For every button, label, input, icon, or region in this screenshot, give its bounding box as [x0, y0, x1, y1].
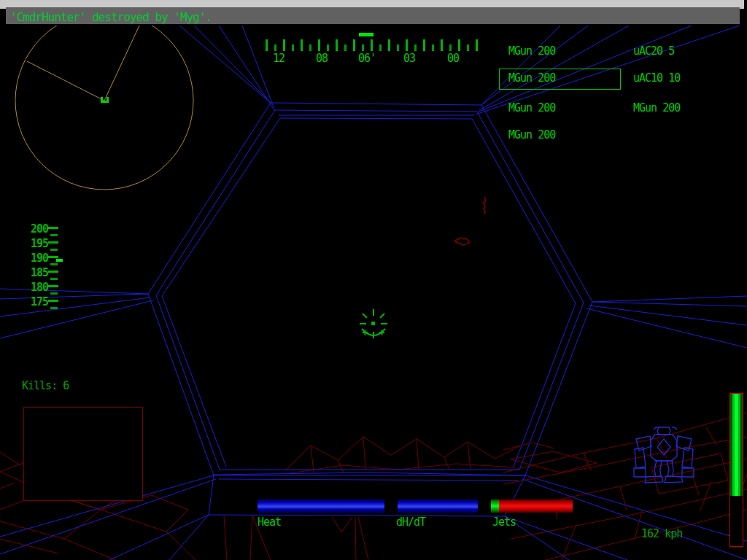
- ladder-major-tick: [48, 227, 58, 229]
- armor-gauge: [729, 393, 743, 547]
- compass-label: 03: [393, 52, 425, 65]
- ladder-major-tick: [48, 300, 58, 302]
- ladder-minor-tick: [50, 307, 58, 309]
- heat-bar: [258, 499, 384, 513]
- speed-readout: 162 kph: [641, 527, 682, 540]
- target-display-box: [23, 407, 143, 501]
- dhdt-bar: [398, 499, 478, 513]
- ladder-value: 200: [26, 222, 48, 236]
- radar-player-blip-icon: [101, 97, 109, 103]
- armor-gauge-fill: [730, 394, 743, 496]
- ladder-major-tick: [48, 256, 58, 258]
- weapon-selection-box: [499, 69, 621, 90]
- jets-bar-fill: [491, 499, 499, 513]
- heat-bar-label: Heat: [258, 516, 281, 529]
- compass-ticks-minor: [274, 44, 480, 51]
- compass-heading-marker: [359, 33, 374, 36]
- killfeed-message: 'CmdrHunter' destroyed by 'Myg'.: [10, 10, 212, 24]
- ladder-value: 180: [26, 281, 48, 294]
- mech-status-icon: [634, 427, 694, 483]
- weapon-slot[interactable]: MGun 200: [508, 101, 555, 114]
- game-viewport[interactable]: 12 08 06' 03 00 MGun 200 MGun 200 MGun 2…: [0, 0, 747, 560]
- ladder-value: 195: [26, 237, 48, 250]
- compass-label: 12: [263, 52, 295, 65]
- dhdt-bar-label: dH/dT: [396, 516, 425, 529]
- ladder-minor-tick: [50, 278, 58, 280]
- ladder-minor-tick: [50, 234, 58, 236]
- ladder-minor-tick: [50, 292, 58, 295]
- ladder-minor-tick: [50, 263, 58, 265]
- weapon-slot[interactable]: MGun 200: [508, 44, 555, 58]
- compass-label: 00: [437, 52, 469, 65]
- weapon-slot[interactable]: MGun 200: [633, 101, 680, 114]
- killfeed-bar: 'CmdrHunter' destroyed by 'Myg'.: [0, 0, 747, 26]
- jets-bar-label: Jets: [492, 516, 516, 529]
- weapon-slot[interactable]: uAC10 10: [633, 71, 680, 85]
- ladder-value: 190: [26, 252, 48, 265]
- distant-wreck-icon: [454, 197, 486, 245]
- kills-counter: Kills: 6: [22, 379, 69, 392]
- weapon-slot[interactable]: uAC20 5: [633, 44, 674, 58]
- compass-label: 06': [351, 52, 383, 65]
- ladder-major-tick: [48, 285, 58, 287]
- ladder-major-tick: [48, 241, 58, 244]
- reticle-icon: [360, 309, 387, 338]
- ladder-major-tick: [48, 271, 58, 273]
- ladder-current-marker: [56, 259, 63, 262]
- ladder-value: 185: [26, 266, 48, 279]
- ladder-minor-tick: [50, 249, 58, 251]
- jets-bar: [491, 499, 573, 513]
- weapon-slot[interactable]: MGun 200: [508, 128, 555, 141]
- ladder-value: 175: [26, 295, 48, 308]
- compass-label: 08: [306, 52, 338, 65]
